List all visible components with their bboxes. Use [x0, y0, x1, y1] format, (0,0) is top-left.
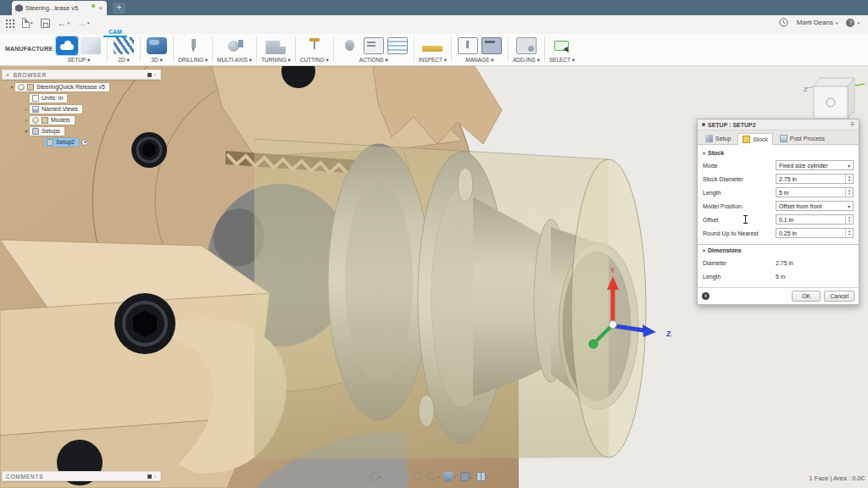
spinner-arrows-icon[interactable]: ▲▼: [845, 188, 853, 197]
tree-expander-icon[interactable]: ▸: [23, 106, 30, 112]
ribbon-group-label[interactable]: INSPECT ▾: [419, 57, 447, 64]
tab-label: Setup: [715, 136, 731, 141]
select-icon[interactable]: [552, 37, 572, 54]
info-icon[interactable]: i: [702, 292, 709, 300]
ribbon-group-label[interactable]: ADD-INS ▾: [513, 57, 540, 64]
tree-expander-icon[interactable]: ▾: [8, 84, 15, 90]
input-offset[interactable]: 0.1 in▲▼: [776, 214, 854, 225]
setup-sheet-icon[interactable]: [387, 37, 408, 54]
selection-status: 1 Face | Area : 0.0C: [809, 474, 865, 482]
chevron-down-icon: ▾: [437, 474, 440, 480]
setup-dialog-titlebar[interactable]: SETUP : SETUP2 ≡: [698, 119, 859, 130]
multi-axis-icon[interactable]: [225, 37, 245, 54]
zoom-tool[interactable]: [414, 472, 423, 481]
panel-dock-icon[interactable]: [147, 73, 152, 77]
tree-item-models[interactable]: ▸Models: [2, 114, 161, 125]
tree-item-setup2[interactable]: Setup2: [2, 136, 161, 147]
drilling-icon[interactable]: [183, 37, 203, 54]
app-grid-icon[interactable]: [5, 19, 14, 28]
ribbon-group-label[interactable]: 3D ▾: [151, 57, 162, 64]
task-manager-icon[interactable]: [481, 37, 502, 54]
fit-tool[interactable]: ▾: [427, 472, 440, 481]
dimensions-section-header[interactable]: ▾Dimensions: [703, 247, 854, 253]
ribbon-group-label[interactable]: DRILLING ▾: [178, 57, 208, 64]
spinner-arrows-icon[interactable]: ▲▼: [845, 215, 853, 224]
milling-2d-icon[interactable]: [114, 37, 134, 54]
tree-item-chip[interactable]: Setup2: [44, 138, 79, 147]
tab-setup[interactable]: Setup: [700, 132, 736, 144]
simulate-icon[interactable]: [340, 37, 360, 54]
tree-item-chip[interactable]: Models: [30, 116, 75, 125]
document-tab[interactable]: Steering...lease v5 ×: [12, 1, 107, 15]
comments-dock-icon[interactable]: [147, 474, 152, 479]
notifications-clock-icon[interactable]: [779, 18, 788, 27]
spinner-arrows-icon[interactable]: ▲▼: [845, 229, 853, 237]
cancel-button[interactable]: Cancel: [824, 291, 854, 302]
tree-item-setups[interactable]: ▾Setups: [2, 125, 161, 136]
dimension-value: 2.75 in: [776, 260, 793, 266]
dialog-menu-icon[interactable]: ≡: [850, 121, 854, 128]
addins-icon[interactable]: [516, 37, 537, 54]
look-at-tool[interactable]: [387, 472, 396, 481]
input-length[interactable]: 5 in▲▼: [776, 187, 854, 197]
new-folder-icon[interactable]: [81, 37, 101, 54]
file-icon[interactable]: [22, 18, 30, 28]
tree-item-units[interactable]: Units: in: [2, 92, 161, 103]
field-row-length: Length5 in▲▼: [703, 186, 854, 199]
stock-section-header[interactable]: ▾Stock: [703, 150, 854, 156]
tab-stock[interactable]: Stock: [737, 133, 773, 145]
input-stock-diameter[interactable]: 2.75 in▲▼: [776, 174, 854, 184]
measure-icon[interactable]: [422, 46, 442, 52]
ribbon-group-label[interactable]: SETUP ▾: [68, 57, 91, 64]
tree-item-chip[interactable]: Units: in: [30, 94, 67, 103]
dropdown-mode[interactable]: Fixed size cylinder▾: [776, 160, 854, 170]
ok-button[interactable]: OK: [792, 291, 821, 302]
tree-item-steeringquick[interactable]: ▾SteeringQuick Release v5: [2, 81, 161, 92]
ribbon-group-label[interactable]: CUTTING ▾: [300, 57, 329, 64]
ribbon-group-label[interactable]: 2D ▾: [118, 57, 129, 64]
turning-icon[interactable]: [265, 37, 286, 54]
stock-cylinder[interactable]: [254, 139, 646, 459]
redo-icon[interactable]: →: [77, 19, 86, 28]
tree-item-chip[interactable]: SteeringQuick Release v5: [15, 83, 109, 92]
ribbon-group-select: SELECT ▾: [545, 34, 579, 64]
gear-icon[interactable]: [81, 139, 88, 146]
post-process-icon[interactable]: [364, 37, 384, 54]
ribbon-group-cutting: CUTTING ▾: [296, 34, 333, 64]
collapse-panel-icon[interactable]: «: [6, 72, 10, 78]
pan-tool[interactable]: [400, 472, 409, 481]
user-menu[interactable]: Marti Deans▾: [797, 19, 838, 26]
setups-folder-icon: [32, 128, 39, 135]
viewports-tool[interactable]: ▾: [476, 472, 489, 481]
ribbon-group-label[interactable]: MANAGE ▾: [465, 57, 493, 64]
tree-expander-icon[interactable]: ▸: [23, 117, 30, 123]
gridlay-tool[interactable]: ▾: [460, 472, 473, 481]
comments-expand-icon[interactable]: ›: [154, 474, 157, 480]
display-tool[interactable]: ▾: [443, 472, 456, 481]
ribbon-group-label[interactable]: ACTIONS ▾: [359, 57, 388, 64]
tree-item-named[interactable]: ▸Named Views: [2, 103, 161, 114]
dropdown-model-position[interactable]: Offset from front▾: [776, 201, 854, 211]
ribbon-group-label[interactable]: SELECT ▾: [549, 57, 575, 64]
save-icon[interactable]: [41, 19, 50, 28]
cutting-icon[interactable]: [304, 37, 325, 54]
comments-panel-header[interactable]: COMMENTS ›: [2, 471, 161, 481]
new-tab-button[interactable]: +: [113, 3, 125, 14]
tree-item-chip[interactable]: Setups: [30, 127, 64, 136]
browser-panel-header[interactable]: « BROWSER ›: [2, 69, 161, 80]
close-tab-icon[interactable]: ×: [97, 4, 103, 12]
new-setup-icon[interactable]: [57, 37, 77, 54]
ribbon-group-label[interactable]: TURNING ▾: [261, 57, 291, 64]
panel-expand-icon[interactable]: ›: [154, 72, 157, 78]
input-round-up-to-nearest[interactable]: 0.25 in▲▼: [776, 228, 854, 238]
orbit-tool[interactable]: ▾: [370, 472, 382, 481]
help-menu[interactable]: ?▾: [846, 19, 860, 27]
milling-3d-icon[interactable]: [147, 37, 167, 54]
tab-post-process[interactable]: Post Process: [775, 132, 830, 144]
tree-expander-icon[interactable]: ▾: [23, 128, 30, 134]
tool-library-icon[interactable]: [458, 37, 478, 54]
spinner-arrows-icon[interactable]: ▲▼: [845, 175, 853, 183]
tree-item-chip[interactable]: Named Views: [30, 105, 82, 114]
ribbon-group-label[interactable]: MULTI-AXIS ▾: [217, 57, 252, 64]
undo-icon[interactable]: ←: [58, 19, 67, 28]
